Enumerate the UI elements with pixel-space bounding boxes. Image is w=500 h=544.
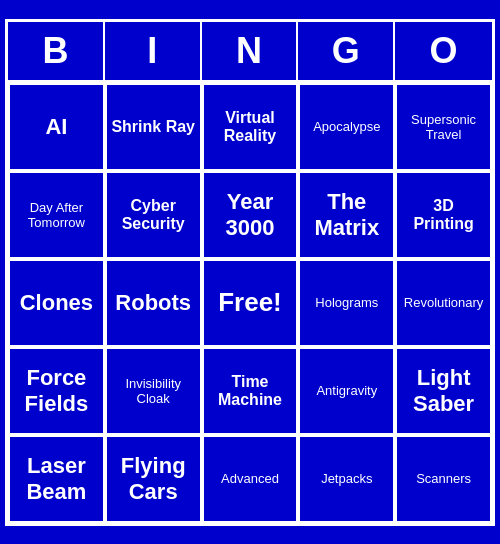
cell-text-4: Supersonic Travel [401,112,486,142]
cell-text-21: Flying Cars [111,453,196,505]
bingo-cell-16: Invisibility Cloak [105,347,202,435]
bingo-cell-13: Holograms [298,259,395,347]
cell-text-3: Apocalypse [313,119,380,134]
bingo-cell-3: Apocalypse [298,83,395,171]
cell-text-2: Virtual Reality [208,109,293,145]
bingo-cell-24: Scanners [395,435,492,523]
cell-text-18: Antigravity [316,383,377,398]
bingo-cell-0: AI [8,83,105,171]
cell-text-16: Invisibility Cloak [111,376,196,406]
bingo-cell-2: Virtual Reality [202,83,299,171]
bingo-cell-22: Advanced [202,435,299,523]
bingo-cell-14: Revolutionary [395,259,492,347]
cell-text-20: Laser Beam [14,453,99,505]
bingo-cell-9: 3D Printing [395,171,492,259]
bingo-cell-12: Free! [202,259,299,347]
bingo-letter-O: O [395,22,492,80]
bingo-cell-17: Time Machine [202,347,299,435]
bingo-cell-19: Light Saber [395,347,492,435]
cell-text-14: Revolutionary [404,295,484,310]
cell-text-22: Advanced [221,471,279,486]
bingo-cell-4: Supersonic Travel [395,83,492,171]
bingo-cell-23: Jetpacks [298,435,395,523]
bingo-letter-I: I [105,22,202,80]
cell-text-7: Year 3000 [208,189,293,241]
bingo-cell-15: Force Fields [8,347,105,435]
bingo-letter-N: N [202,22,299,80]
cell-text-0: AI [45,114,67,140]
cell-text-5: Day After Tomorrow [14,200,99,230]
bingo-cell-5: Day After Tomorrow [8,171,105,259]
cell-text-9: 3D Printing [401,197,486,233]
cell-text-13: Holograms [315,295,378,310]
cell-text-10: Clones [20,290,93,316]
cell-text-23: Jetpacks [321,471,372,486]
cell-text-19: Light Saber [401,365,486,417]
cell-text-24: Scanners [416,471,471,486]
bingo-cell-8: The Matrix [298,171,395,259]
bingo-cell-1: Shrink Ray [105,83,202,171]
bingo-cell-20: Laser Beam [8,435,105,523]
bingo-cell-11: Robots [105,259,202,347]
bingo-letter-B: B [8,22,105,80]
cell-text-1: Shrink Ray [111,118,195,136]
bingo-cell-6: Cyber Security [105,171,202,259]
bingo-cell-18: Antigravity [298,347,395,435]
bingo-cell-10: Clones [8,259,105,347]
bingo-cell-7: Year 3000 [202,171,299,259]
cell-text-17: Time Machine [208,373,293,409]
cell-text-12: Free! [218,287,282,318]
cell-text-6: Cyber Security [111,197,196,233]
cell-text-11: Robots [115,290,191,316]
bingo-grid: AIShrink RayVirtual RealityApocalypseSup… [8,83,492,523]
bingo-cell-21: Flying Cars [105,435,202,523]
bingo-letter-G: G [298,22,395,80]
cell-text-8: The Matrix [304,189,389,241]
cell-text-15: Force Fields [14,365,99,417]
bingo-header: BINGO [8,22,492,83]
bingo-card: BINGO AIShrink RayVirtual RealityApocaly… [5,19,495,526]
